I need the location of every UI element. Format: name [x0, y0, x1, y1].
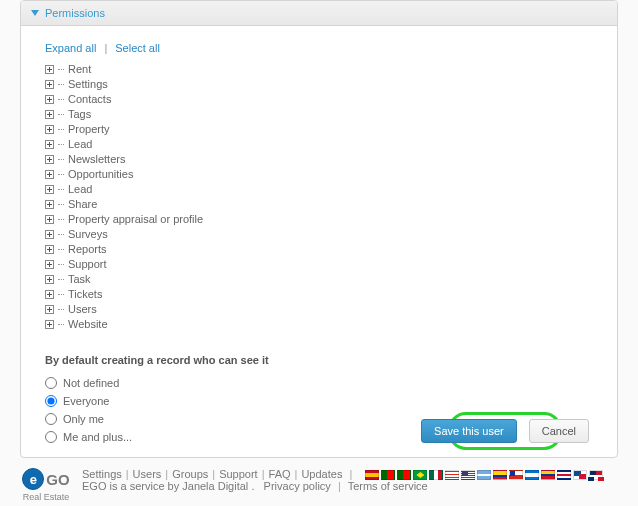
- panel-header[interactable]: Permissions: [21, 1, 617, 26]
- tree-item-label: Opportunities: [68, 167, 133, 182]
- terms-link[interactable]: Terms of service: [348, 480, 428, 492]
- tree-item[interactable]: Newsletters: [45, 152, 593, 167]
- tree-item[interactable]: Tickets: [45, 287, 593, 302]
- flag-pe-icon[interactable]: [445, 470, 459, 480]
- tree-item[interactable]: Property appraisal or profile: [45, 212, 593, 227]
- select-all-link[interactable]: Select all: [115, 42, 160, 54]
- flag-hn-icon[interactable]: [525, 470, 539, 480]
- visibility-option[interactable]: Everyone: [45, 392, 593, 410]
- tree-item[interactable]: Share: [45, 197, 593, 212]
- visibility-section-label: By default creating a record who can see…: [45, 354, 593, 366]
- expand-icon[interactable]: [45, 170, 54, 179]
- tree-item-label: Share: [68, 197, 97, 212]
- visibility-radio[interactable]: [45, 413, 57, 425]
- tree-connector: [58, 234, 64, 236]
- tree-connector: [58, 294, 64, 296]
- flag-es-icon[interactable]: [365, 470, 379, 480]
- footer-link[interactable]: Groups: [172, 468, 208, 480]
- footer-tagline: EGO is a service by Janela Digital . Pri…: [82, 480, 626, 492]
- tree-item[interactable]: Lead: [45, 137, 593, 152]
- tree-item[interactable]: Settings: [45, 77, 593, 92]
- expand-icon[interactable]: [45, 140, 54, 149]
- expand-icon[interactable]: [45, 260, 54, 269]
- expand-icon[interactable]: [45, 245, 54, 254]
- tree-item-label: Rent: [68, 62, 91, 77]
- flag-ve-icon[interactable]: [541, 470, 555, 480]
- footer-link[interactable]: Users: [133, 468, 162, 480]
- visibility-option[interactable]: Not defined: [45, 374, 593, 392]
- tree-item-label: Surveys: [68, 227, 108, 242]
- cancel-button[interactable]: Cancel: [529, 419, 589, 443]
- expand-icon[interactable]: [45, 230, 54, 239]
- footer-link[interactable]: Updates: [301, 468, 342, 480]
- privacy-link[interactable]: Privacy policy: [264, 480, 331, 492]
- flag-co-icon[interactable]: [493, 470, 507, 480]
- footer-link[interactable]: Settings: [82, 468, 122, 480]
- visibility-option-label: Me and plus...: [63, 431, 132, 443]
- tree-item[interactable]: Tags: [45, 107, 593, 122]
- tree-connector: [58, 279, 64, 281]
- expand-icon[interactable]: [45, 275, 54, 284]
- footer-link[interactable]: Support: [219, 468, 258, 480]
- visibility-radio[interactable]: [45, 377, 57, 389]
- tree-item[interactable]: Lead: [45, 182, 593, 197]
- separator: |: [104, 42, 107, 54]
- flag-strip: [365, 470, 603, 480]
- footer-links-row: Settings|Users|Groups|Support|FAQ|Update…: [82, 468, 626, 480]
- expand-icon[interactable]: [45, 95, 54, 104]
- flag-cr-icon[interactable]: [557, 470, 571, 480]
- expand-icon[interactable]: [45, 200, 54, 209]
- visibility-radio[interactable]: [45, 431, 57, 443]
- tree-item-label: Tickets: [68, 287, 102, 302]
- tree-item[interactable]: Reports: [45, 242, 593, 257]
- tree-item[interactable]: Rent: [45, 62, 593, 77]
- flag-cl-icon[interactable]: [509, 470, 523, 480]
- tree-item[interactable]: Opportunities: [45, 167, 593, 182]
- ego-logo: e GO Real Estate: [18, 468, 74, 502]
- expand-icon[interactable]: [45, 125, 54, 134]
- expand-icon[interactable]: [45, 290, 54, 299]
- janela-link[interactable]: Janela Digital: [182, 480, 248, 492]
- expand-icon[interactable]: [45, 305, 54, 314]
- tree-item[interactable]: Support: [45, 257, 593, 272]
- flag-br-icon[interactable]: [413, 470, 427, 480]
- flag-mx-icon[interactable]: [429, 470, 443, 480]
- tree-item[interactable]: Property: [45, 122, 593, 137]
- action-bar: Save this user Cancel: [421, 419, 589, 443]
- tree-connector: [58, 189, 64, 191]
- tree-item-label: Lead: [68, 137, 92, 152]
- tree-connector: [58, 129, 64, 131]
- tree-connector: [58, 219, 64, 221]
- expand-icon[interactable]: [45, 320, 54, 329]
- flag-us-icon[interactable]: [461, 470, 475, 480]
- footer-link[interactable]: FAQ: [269, 468, 291, 480]
- flag-pa-icon[interactable]: [573, 470, 587, 480]
- expand-icon[interactable]: [45, 185, 54, 194]
- tree-item[interactable]: Contacts: [45, 92, 593, 107]
- tree-item-label: Task: [68, 272, 91, 287]
- logo-subtitle: Real Estate: [23, 492, 70, 502]
- flag-pt-icon[interactable]: [381, 470, 395, 480]
- tree-item[interactable]: Surveys: [45, 227, 593, 242]
- save-button[interactable]: Save this user: [421, 419, 517, 443]
- tree-connector: [58, 99, 64, 101]
- expand-icon[interactable]: [45, 65, 54, 74]
- expand-icon[interactable]: [45, 155, 54, 164]
- tree-item[interactable]: Users: [45, 302, 593, 317]
- tree-item-label: Users: [68, 302, 97, 317]
- tree-item[interactable]: Task: [45, 272, 593, 287]
- tree-item-label: Property appraisal or profile: [68, 212, 203, 227]
- visibility-radio[interactable]: [45, 395, 57, 407]
- tree-connector: [58, 144, 64, 146]
- flag-pt2-icon[interactable]: [397, 470, 411, 480]
- tree-connector: [58, 324, 64, 326]
- flag-do-icon[interactable]: [589, 470, 603, 480]
- flag-ar-icon[interactable]: [477, 470, 491, 480]
- expand-icon[interactable]: [45, 110, 54, 119]
- panel-title: Permissions: [45, 7, 105, 19]
- expand-icon[interactable]: [45, 80, 54, 89]
- expand-icon[interactable]: [45, 215, 54, 224]
- tree-item[interactable]: Website: [45, 317, 593, 332]
- expand-all-link[interactable]: Expand all: [45, 42, 96, 54]
- tree-item-label: Lead: [68, 182, 92, 197]
